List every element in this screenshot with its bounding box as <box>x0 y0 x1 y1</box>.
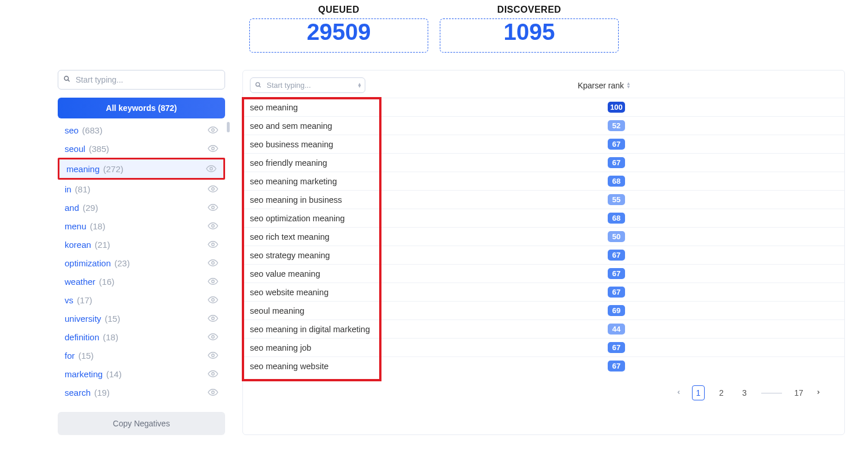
keyword-list: seo (683)seoul (385)meaning (272)in (81)… <box>58 121 225 402</box>
keyword-count: (18) <box>103 332 118 342</box>
copy-negatives-button[interactable]: Copy Negatives <box>58 412 225 435</box>
keyword-name: in <box>65 184 72 194</box>
eye-icon[interactable] <box>208 387 218 397</box>
keyword-name: seoul <box>65 144 85 154</box>
eye-icon[interactable] <box>208 143 218 154</box>
results-panel: ▲▼ Kparser rank ▲▼ seo meaning100seo and… <box>242 70 845 435</box>
eye-icon[interactable] <box>208 369 218 379</box>
rank-header-label: Kparser rank <box>578 81 624 90</box>
table-search-input[interactable] <box>250 77 365 93</box>
sort-icon[interactable]: ▲▼ <box>357 83 362 88</box>
results-rows: seo meaning100seo and sem meaning52seo b… <box>243 98 844 375</box>
eye-icon[interactable] <box>208 184 218 194</box>
eye-icon[interactable] <box>208 125 218 135</box>
all-keywords-button[interactable]: All keywords (872) <box>58 98 225 118</box>
sidebar-item-seo[interactable]: seo (683) <box>58 121 225 139</box>
sidebar-item-korean[interactable]: korean (21) <box>58 235 225 254</box>
queued-box: 29509 <box>249 18 428 53</box>
sidebar-item-for[interactable]: for (15) <box>58 346 225 365</box>
sidebar-item-optimization[interactable]: optimization (23) <box>58 254 225 272</box>
keyword-name: seo <box>65 125 78 135</box>
search-icon <box>63 76 70 84</box>
discovered-box: 1095 <box>440 18 619 53</box>
eye-icon[interactable] <box>208 239 218 250</box>
search-icon <box>255 81 261 89</box>
sidebar-item-search[interactable]: search (19) <box>58 383 225 402</box>
table-row[interactable]: seo and sem meaning52 <box>243 116 844 135</box>
keyword-text: seo meaning in business <box>250 195 342 205</box>
queued-label: QUEUED <box>249 5 428 15</box>
next-page-button[interactable] <box>815 388 821 398</box>
table-row[interactable]: seo meaning100 <box>243 98 844 116</box>
keyword-name: university <box>65 314 101 324</box>
table-row[interactable]: seo meaning in business55 <box>243 190 844 209</box>
page-2[interactable]: 2 <box>715 385 728 400</box>
keyword-count: (81) <box>75 184 91 194</box>
svg-point-7 <box>212 225 215 228</box>
table-row[interactable]: seo meaning website67 <box>243 356 844 375</box>
sidebar-item-university[interactable]: university (15) <box>58 309 225 328</box>
rank-badge: 50 <box>608 231 625 242</box>
table-row[interactable]: seo optimization meaning68 <box>243 209 844 227</box>
svg-point-2 <box>212 129 215 132</box>
pagination: 12317 <box>243 375 844 400</box>
keyword-text: seo meaning website <box>250 362 328 371</box>
keyword-text: seo meaning in digital marketing <box>250 325 370 334</box>
sidebar-item-definition[interactable]: definition (18) <box>58 328 225 346</box>
table-row[interactable]: seo rich text meaning50 <box>243 227 844 246</box>
svg-point-13 <box>212 336 215 339</box>
sidebar-search-input[interactable] <box>58 70 225 90</box>
table-row[interactable]: seo meaning marketing68 <box>243 172 844 190</box>
eye-icon[interactable] <box>208 332 218 342</box>
table-row[interactable]: seo friendly meaning67 <box>243 153 844 172</box>
svg-line-18 <box>259 86 261 87</box>
page-17[interactable]: 17 <box>792 385 805 400</box>
svg-line-1 <box>68 80 70 81</box>
sidebar-item-marketing[interactable]: marketing (14) <box>58 365 225 383</box>
sidebar-item-seoul[interactable]: seoul (385) <box>58 139 225 158</box>
sidebar-item-weather[interactable]: weather (16) <box>58 272 225 291</box>
keyword-count: (18) <box>90 221 106 231</box>
eye-icon[interactable] <box>206 164 216 174</box>
eye-icon[interactable] <box>208 258 218 268</box>
eye-icon[interactable] <box>208 221 218 231</box>
eye-icon[interactable] <box>208 295 218 305</box>
discovered-value: 1095 <box>440 19 618 45</box>
table-row[interactable]: seo business meaning67 <box>243 135 844 153</box>
svg-point-16 <box>212 391 215 394</box>
svg-point-3 <box>212 147 215 150</box>
table-row[interactable]: seo value meaning67 <box>243 264 844 283</box>
page-1[interactable]: 1 <box>692 385 705 400</box>
table-row[interactable]: seo meaning in digital marketing44 <box>243 319 844 338</box>
sidebar-item-vs[interactable]: vs (17) <box>58 291 225 309</box>
eye-icon[interactable] <box>208 313 218 324</box>
keyword-text: seo meaning <box>250 103 298 112</box>
prev-page-button[interactable] <box>676 388 682 398</box>
keyword-count: (17) <box>77 295 92 305</box>
keyword-text: seoul meaning <box>250 306 304 315</box>
eye-icon[interactable] <box>208 350 218 361</box>
sidebar-item-menu[interactable]: menu (18) <box>58 217 225 235</box>
table-row[interactable]: seoul meaning69 <box>243 301 844 319</box>
table-row[interactable]: seo strategy meaning67 <box>243 246 844 264</box>
sidebar-item-meaning[interactable]: meaning (272) <box>58 158 225 180</box>
discovered-label: DISCOVERED <box>440 5 619 15</box>
keyword-text: seo friendly meaning <box>250 158 327 168</box>
table-row[interactable]: seo website meaning67 <box>243 283 844 301</box>
page-3[interactable]: 3 <box>738 385 751 400</box>
rank-badge: 100 <box>608 102 625 113</box>
svg-point-8 <box>212 243 215 246</box>
rank-badge: 68 <box>608 213 625 224</box>
table-row[interactable]: seo meaning job67 <box>243 338 844 356</box>
svg-point-9 <box>212 262 215 265</box>
keyword-name: menu <box>65 221 87 231</box>
svg-point-17 <box>256 82 259 86</box>
page-ellipsis <box>761 393 782 393</box>
sort-icon[interactable]: ▲▼ <box>626 82 631 88</box>
rank-column-header[interactable]: Kparser rank ▲▼ <box>578 81 631 90</box>
sidebar-item-in[interactable]: in (81) <box>58 180 225 198</box>
eye-icon[interactable] <box>208 202 218 213</box>
sidebar-item-and[interactable]: and (29) <box>58 198 225 217</box>
eye-icon[interactable] <box>208 276 218 287</box>
keyword-count: (21) <box>95 240 110 250</box>
